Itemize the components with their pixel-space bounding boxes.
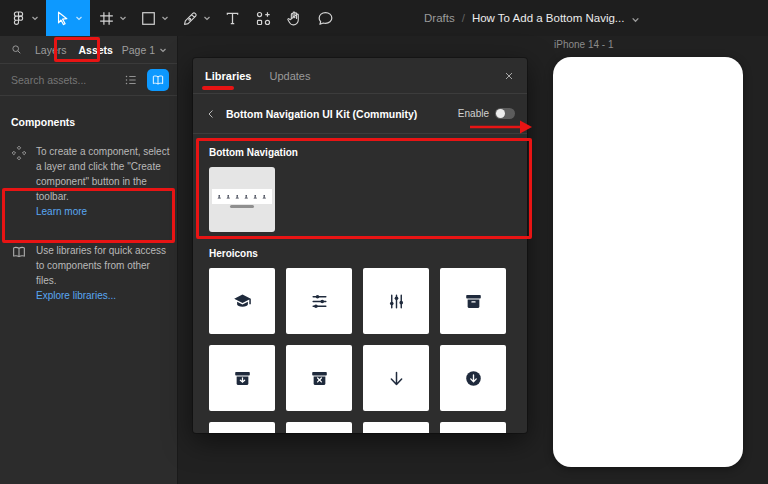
iphone-frame[interactable]: [553, 57, 743, 467]
resources-tool[interactable]: [249, 0, 278, 36]
file-title[interactable]: How To Add a Bottom Navig...: [472, 12, 625, 24]
asset-tile-adjustments-vertical[interactable]: [363, 268, 429, 334]
chevron-down-icon[interactable]: [75, 14, 83, 22]
enable-label: Enable: [458, 108, 489, 119]
chevron-down-icon[interactable]: [161, 14, 169, 22]
enable-control: Enable: [458, 108, 515, 119]
heroicons-grid: [209, 268, 511, 433]
asset-tile-academic-cap[interactable]: [209, 268, 275, 334]
tab-updates[interactable]: Updates: [269, 70, 310, 82]
book-icon: [11, 244, 27, 260]
comment-tool-icon: [316, 9, 335, 28]
asset-tile-archive-box-arrow-down[interactable]: [209, 345, 275, 411]
explore-libraries-link[interactable]: Explore libraries...: [36, 288, 171, 303]
pen-tool-icon: [181, 9, 200, 28]
frame-tool[interactable]: [92, 0, 132, 36]
chevron-down-icon: [159, 46, 167, 54]
adjustments-vertical-icon: [387, 292, 406, 311]
components-heading: Components: [11, 116, 177, 128]
top-toolbar: Drafts / How To Add a Bottom Navig...: [0, 0, 768, 36]
list-view-icon[interactable]: [124, 73, 138, 87]
component-icon: [11, 145, 27, 161]
back-chevron-icon[interactable]: [205, 108, 217, 120]
hand-tool[interactable]: [280, 0, 309, 36]
tab-layers[interactable]: Layers: [35, 44, 67, 56]
shape-tool-icon: [139, 9, 158, 28]
archive-box-x-mark-icon: [310, 369, 329, 388]
tab-assets[interactable]: Assets: [79, 44, 113, 56]
asset-tile-partial[interactable]: [209, 422, 275, 433]
toggle-knob: [496, 109, 505, 118]
text-tool-icon: [223, 9, 242, 28]
tool-group: [4, 0, 340, 36]
home-indicator-bar: [230, 205, 254, 208]
search-assets-input[interactable]: Search assets...: [11, 74, 124, 86]
mini-nav-item-icon: [244, 194, 249, 200]
chevron-down-icon[interactable]: [203, 14, 211, 22]
libraries-modal: Libraries Updates Bottom Navigation UI K…: [193, 58, 527, 433]
figma-menu[interactable]: [4, 0, 44, 36]
use-libraries-tip-text: Use libraries for quick access to compon…: [36, 245, 166, 286]
asset-tile-arrow-down-circle[interactable]: [440, 345, 506, 411]
mini-nav-item-icon: [262, 194, 267, 200]
asset-tile-archive-box[interactable]: [440, 268, 506, 334]
academic-cap-icon: [233, 292, 252, 311]
mini-nav-item-icon: [226, 194, 231, 200]
shape-tool[interactable]: [134, 0, 174, 36]
mini-nav-item-icon: [217, 194, 222, 200]
move-tool-icon: [53, 9, 72, 28]
bottom-nav-preview: [212, 189, 272, 204]
breadcrumb-folder[interactable]: Drafts: [424, 12, 455, 24]
section-title-bottom-navigation: Bottom Navigation: [209, 147, 527, 158]
book-icon: [151, 73, 165, 87]
chevron-down-icon[interactable]: [31, 14, 39, 22]
create-component-tip: To create a component, select a layer an…: [11, 144, 171, 219]
left-sidebar: Layers Assets Page 1 Search assets... Co…: [0, 36, 178, 484]
tab-libraries[interactable]: Libraries: [205, 70, 251, 82]
library-title: Bottom Navigation UI Kit (Community): [226, 108, 417, 120]
arrow-down-circle-icon: [464, 369, 483, 388]
asset-tile-adjustments-horizontal[interactable]: [286, 268, 352, 334]
asset-tile-archive-box-x-mark[interactable]: [286, 345, 352, 411]
chevron-down-icon[interactable]: [631, 13, 640, 24]
use-libraries-tip: Use libraries for quick access to compon…: [11, 243, 171, 303]
figma-menu-icon: [9, 9, 28, 28]
move-tool[interactable]: [46, 0, 90, 36]
mini-nav-item-icon: [253, 194, 258, 200]
arrow-down-icon: [387, 369, 406, 388]
asset-tile-partial[interactable]: [440, 422, 506, 433]
assets-search-row: Search assets...: [0, 64, 177, 96]
bottom-navigation-component-thumbnail[interactable]: [209, 167, 275, 232]
asset-tile-partial[interactable]: [286, 422, 352, 433]
text-tool[interactable]: [218, 0, 247, 36]
frame-label[interactable]: iPhone 14 - 1: [554, 39, 614, 50]
asset-tile-partial[interactable]: [363, 422, 429, 433]
archive-box-arrow-down-icon: [233, 369, 252, 388]
pen-tool[interactable]: [176, 0, 216, 36]
comment-tool[interactable]: [311, 0, 340, 36]
mini-nav-item-icon: [235, 194, 240, 200]
sidebar-tabs: Layers Assets Page 1: [0, 36, 177, 64]
search-icon[interactable]: [10, 43, 23, 56]
enable-toggle[interactable]: [495, 108, 515, 119]
learn-more-link[interactable]: Learn more: [36, 204, 171, 219]
breadcrumb: Drafts / How To Add a Bottom Navig...: [424, 0, 640, 36]
close-icon[interactable]: [503, 70, 515, 82]
resources-tool-icon: [254, 9, 273, 28]
archive-box-icon: [464, 292, 483, 311]
breadcrumb-separator: /: [462, 12, 465, 24]
adjustments-horizontal-icon: [310, 292, 329, 311]
frame-tool-icon: [97, 9, 116, 28]
chevron-down-icon[interactable]: [119, 14, 127, 22]
asset-tile-arrow-down[interactable]: [363, 345, 429, 411]
page-label: Page 1: [122, 44, 155, 56]
libraries-button[interactable]: [147, 69, 169, 91]
library-header: Bottom Navigation UI Kit (Community) Ena…: [193, 94, 527, 134]
components-panel: Components To create a component, select…: [0, 96, 177, 303]
hand-tool-icon: [285, 9, 304, 28]
libraries-modal-tabs: Libraries Updates: [193, 58, 527, 94]
page-selector[interactable]: Page 1: [122, 44, 167, 56]
section-title-heroicons: Heroicons: [209, 248, 527, 259]
create-component-tip-text: To create a component, select a layer an…: [36, 146, 169, 202]
